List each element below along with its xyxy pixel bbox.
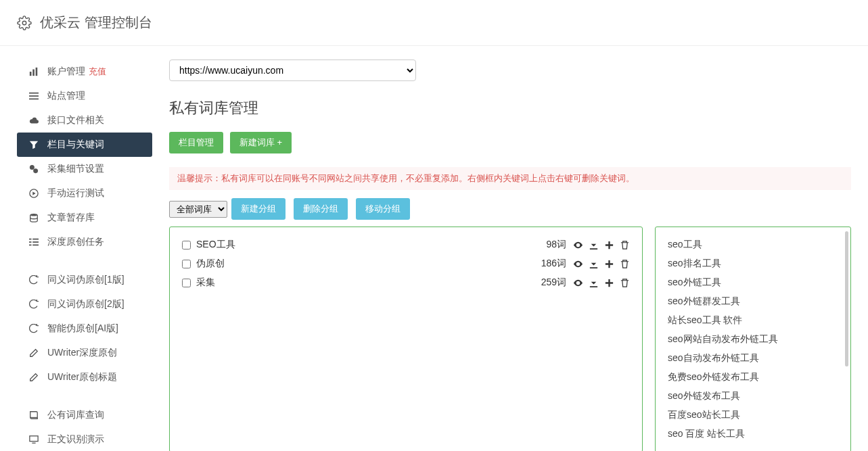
sidebar-label: 智能伪原创[AI版]: [47, 323, 118, 335]
wordlib-count: 259词: [541, 277, 566, 289]
wordlib-row: SEO工具 98词: [182, 235, 630, 254]
refresh-icon: [27, 275, 41, 285]
keyword-item[interactable]: seo 百度 站长工具: [668, 425, 838, 444]
sidebar-label: 采集细节设置: [47, 163, 104, 175]
sidebar-item-demo[interactable]: 正文识别演示: [17, 427, 152, 451]
plus-icon[interactable]: [604, 259, 614, 269]
svg-rect-16: [32, 245, 39, 246]
keyword-item[interactable]: 免费seo外链发布工具: [668, 368, 838, 387]
svg-rect-14: [32, 241, 39, 243]
wordlib-checkbox[interactable]: [182, 241, 191, 250]
sidebar-item-account[interactable]: 账户管理 充值: [17, 60, 152, 84]
play-icon: [27, 189, 41, 198]
sidebar-label: 接口文件相关: [47, 114, 104, 126]
wordlib-name[interactable]: 伪原创: [196, 258, 541, 270]
sidebar-label: 公有词库查询: [47, 409, 104, 421]
wordlib-checkbox[interactable]: [182, 279, 191, 287]
eye-icon[interactable]: [573, 240, 583, 250]
wordlib-name[interactable]: 采集: [196, 277, 541, 289]
keyword-item[interactable]: seo外链群发工具: [668, 292, 838, 311]
sidebar-label: 站点管理: [47, 90, 85, 102]
wordlib-name[interactable]: SEO工具: [196, 239, 546, 251]
filter-icon: [27, 140, 41, 149]
edit-icon: [27, 373, 41, 382]
sidebar-label: 深度原创任务: [47, 236, 104, 248]
trash-icon[interactable]: [620, 240, 630, 250]
new-group-button[interactable]: 新建分组: [231, 198, 285, 220]
divider: [17, 254, 152, 268]
main-content: https://www.ucaiyun.com 私有词库管理 栏目管理 新建词库…: [152, 60, 868, 451]
sidebar-item-api[interactable]: 接口文件相关: [17, 108, 152, 133]
svg-point-0: [22, 21, 26, 25]
sidebar-item-manual[interactable]: 手动运行测试: [17, 181, 152, 206]
keyword-item[interactable]: 百度seo站长工具: [668, 406, 838, 425]
sidebar-item-site[interactable]: 站点管理: [17, 84, 152, 108]
page-title: 私有词库管理: [169, 98, 851, 118]
wordlib-panel: SEO工具 98词 伪原创 186词 采集 259词: [169, 227, 643, 451]
wordlib-row: 伪原创 186词: [182, 254, 630, 273]
sidebar-label: 文章暂存库: [47, 212, 95, 224]
sidebar-item-uwriter-title[interactable]: UWriter原创标题: [17, 365, 152, 389]
eye-icon[interactable]: [573, 259, 583, 269]
delete-group-button[interactable]: 删除分组: [294, 198, 348, 220]
keyword-item[interactable]: seo工具: [668, 235, 838, 254]
svg-rect-5: [29, 95, 39, 97]
gear-icon: [17, 16, 32, 30]
trash-icon[interactable]: [620, 259, 630, 269]
sidebar-item-syn2[interactable]: 同义词伪原创[2版]: [17, 292, 152, 316]
new-wordlib-button[interactable]: 新建词库 +: [230, 132, 292, 153]
sidebar-item-deep[interactable]: 深度原创任务: [17, 230, 152, 254]
svg-point-8: [33, 168, 38, 173]
sidebar-label: UWriter原创标题: [47, 371, 117, 383]
gears-icon: [27, 164, 41, 174]
tip-message: 温馨提示：私有词库可以在同账号不同网站之间共享使用，不必重复添加。右侧框内关键词…: [169, 167, 851, 190]
edit-icon: [27, 348, 41, 358]
svg-rect-2: [32, 70, 35, 76]
wordlib-checkbox[interactable]: [182, 260, 191, 268]
wordlib-count: 186词: [541, 258, 566, 270]
database-icon: [27, 213, 41, 222]
site-select[interactable]: https://www.ucaiyun.com: [169, 60, 416, 81]
sidebar-label: 账户管理: [47, 66, 85, 78]
svg-rect-17: [30, 436, 38, 442]
plus-icon[interactable]: [604, 278, 614, 288]
eye-icon[interactable]: [573, 278, 583, 288]
monitor-icon: [27, 435, 41, 444]
sidebar-item-public[interactable]: 公有词库查询: [17, 403, 152, 427]
wordlib-row: 采集 259词: [182, 273, 630, 292]
svg-rect-13: [29, 241, 32, 243]
sidebar-label: 栏目与关键词: [47, 139, 104, 151]
svg-rect-1: [30, 72, 32, 76]
svg-rect-12: [32, 239, 39, 240]
plus-icon[interactable]: [604, 240, 614, 250]
svg-point-7: [30, 165, 35, 170]
column-manage-button[interactable]: 栏目管理: [169, 132, 223, 153]
keyword-item[interactable]: seo外链发布工具: [668, 387, 838, 406]
move-group-button[interactable]: 移动分组: [356, 198, 410, 220]
keyword-item[interactable]: 站长seo工具 软件: [668, 311, 838, 330]
divider: [17, 389, 152, 403]
trash-icon[interactable]: [620, 278, 630, 288]
sidebar-item-keywords[interactable]: 栏目与关键词: [17, 133, 152, 157]
wordlib-count: 98词: [546, 239, 566, 251]
keyword-panel[interactable]: seo工具seo排名工具seo外链工具seo外链群发工具站长seo工具 软件se…: [655, 227, 851, 451]
sidebar-label: UWriter深度原创: [47, 347, 117, 359]
keyword-item[interactable]: seo自动发布外链工具: [668, 349, 838, 368]
download-icon[interactable]: [589, 259, 599, 269]
keyword-item[interactable]: seo排名工具: [668, 254, 838, 273]
sidebar-item-storage[interactable]: 文章暂存库: [17, 206, 152, 230]
download-icon[interactable]: [589, 278, 599, 288]
group-select[interactable]: 全部词库: [169, 201, 227, 218]
book-icon: [27, 410, 41, 420]
svg-rect-3: [36, 68, 38, 76]
keyword-item[interactable]: seo网站自动发布外链工具: [668, 330, 838, 349]
sidebar-item-ai[interactable]: 智能伪原创[AI版]: [17, 316, 152, 341]
download-icon[interactable]: [589, 240, 599, 250]
sidebar-item-collect[interactable]: 采集细节设置: [17, 157, 152, 181]
svg-point-10: [30, 214, 38, 216]
header: 优采云 管理控制台: [0, 0, 868, 46]
sidebar-label: 同义词伪原创[2版]: [47, 298, 124, 310]
sidebar-item-uwriter[interactable]: UWriter深度原创: [17, 341, 152, 365]
keyword-item[interactable]: seo外链工具: [668, 273, 838, 292]
sidebar-item-syn1[interactable]: 同义词伪原创[1版]: [17, 268, 152, 292]
